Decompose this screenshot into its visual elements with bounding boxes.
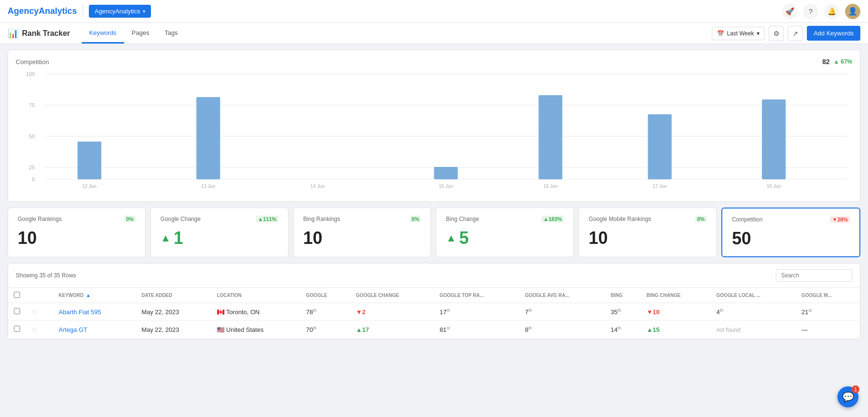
row-google-cell: 70th <box>300 321 350 339</box>
star-icon[interactable]: ☆ <box>32 326 38 333</box>
logo: AgencyAnalytics <box>8 6 77 16</box>
flag-icon: 🇺🇸 <box>217 326 225 333</box>
svg-text:50: 50 <box>29 133 35 139</box>
stat-pct: 0% <box>124 216 136 222</box>
stat-card-competition[interactable]: Competition ▼28% 50 <box>721 208 860 257</box>
svg-text:100: 100 <box>26 71 35 77</box>
add-keywords-btn[interactable]: Add Keywords <box>807 26 860 41</box>
col-star-header <box>26 288 53 303</box>
top-nav-left: AgencyAnalytics AgencyAnalytics <box>8 5 151 18</box>
row-bing-change-cell: ▲15 <box>641 321 711 339</box>
col-google-avg-ra-header: GOOGLE AVG RA... <box>519 288 605 303</box>
row-date-cell: May 22, 2023 <box>136 321 211 339</box>
stat-value: 5 <box>459 228 469 248</box>
stat-card-google-change: Google Change ▲111% ▲ 1 <box>150 208 289 257</box>
tab-keywords[interactable]: Keywords <box>82 23 124 44</box>
stat-card-google-mobile: Google Mobile Rankings 0% 10 <box>579 208 717 257</box>
keyword-link[interactable]: Abarth Fiat 595 <box>59 308 101 316</box>
row-location-cell: 🇨🇦 Toronto, ON <box>211 303 300 321</box>
keywords-table: KEYWORD ▲ DATE ADDED LOCATION GOOGLE GOO… <box>8 288 860 339</box>
stat-card-bing-rankings: Bing Rankings 0% 10 <box>293 208 431 257</box>
stat-label: Google Mobile Rankings <box>589 216 651 222</box>
stat-value: 1 <box>174 228 183 248</box>
sub-nav-tabs: Keywords Pages Tags <box>82 23 185 44</box>
star-icon[interactable]: ☆ <box>32 308 38 316</box>
row-google-top-ra-cell: 81st <box>434 321 519 339</box>
row-keyword-cell: Abarth Fiat 595 <box>53 303 136 321</box>
stat-label: Google Rankings <box>18 216 62 222</box>
col-keyword-header: KEYWORD ▲ <box>53 288 136 303</box>
row-checkbox-cell <box>8 303 26 321</box>
row-google-avg-ra-cell: 8th <box>519 321 605 339</box>
sort-arrow-icon: ▲ <box>86 293 91 298</box>
tab-pages[interactable]: Pages <box>124 23 157 44</box>
search-input[interactable] <box>776 269 852 282</box>
table-header: Showing 35 of 35 Rows <box>8 263 860 288</box>
main-content: Competition 82 ▲ 67% 100 75 50 25 0 <box>0 44 868 345</box>
date-range-btn[interactable]: 📅 Last Week ▾ <box>712 27 765 40</box>
tab-tags[interactable]: Tags <box>157 23 185 44</box>
row-keyword-cell: Artega GT <box>53 321 136 339</box>
svg-rect-15 <box>434 167 458 179</box>
row-checkbox-cell <box>8 321 26 339</box>
row-star-cell: ☆ <box>26 303 53 321</box>
row-star-cell: ☆ <box>26 321 53 339</box>
share-btn[interactable]: ↗ <box>788 26 803 41</box>
bell-btn[interactable]: 🔔 <box>824 4 839 19</box>
row-google-m-cell: — <box>796 321 860 339</box>
chart-svg: 100 75 50 25 0 12 Jun 13 Jun 14 Jun 15 J… <box>16 69 852 194</box>
chart-title: Competition <box>16 58 49 66</box>
stat-value: 10 <box>18 228 136 248</box>
row-google-top-ra-cell: 17th <box>434 303 519 321</box>
svg-text:18 Jun: 18 Jun <box>767 184 781 189</box>
columns-btn[interactable]: ⚙ <box>769 26 784 41</box>
svg-text:13 Jun: 13 Jun <box>201 184 215 189</box>
stat-value: 10 <box>589 228 707 248</box>
table-header-row: KEYWORD ▲ DATE ADDED LOCATION GOOGLE GOO… <box>8 288 860 303</box>
agency-dropdown-btn[interactable]: AgencyAnalytics <box>89 5 151 18</box>
stat-card-google-rankings: Google Rankings 0% 10 <box>8 208 146 257</box>
stat-value: 50 <box>732 229 850 249</box>
stat-label: Competition <box>732 216 762 223</box>
row-google-cell: 78th <box>300 303 350 321</box>
table-row-count: Showing 35 of 35 Rows <box>16 272 76 279</box>
sub-nav: 📊 Rank Tracker Keywords Pages Tags 📅 Las… <box>0 23 868 44</box>
keyword-link[interactable]: Artega GT <box>59 326 87 333</box>
stat-value: 10 <box>303 228 421 248</box>
select-all-checkbox[interactable] <box>14 292 20 298</box>
col-checkbox-header <box>8 288 26 303</box>
col-google-m-header: GOOGLE M... <box>796 288 860 303</box>
svg-text:75: 75 <box>29 102 35 108</box>
sub-nav-right: 📅 Last Week ▾ ⚙ ↗ Add Keywords <box>712 26 860 41</box>
row-checkbox[interactable] <box>14 326 20 332</box>
svg-rect-10 <box>77 142 101 179</box>
row-location-cell: 🇺🇸 United States <box>211 321 300 339</box>
row-google-change-cell: ▲17 <box>350 321 434 339</box>
col-google-top-ra-header: GOOGLE TOP RA... <box>434 288 519 303</box>
row-checkbox[interactable] <box>14 308 20 314</box>
row-bing-cell: 14th <box>605 321 641 339</box>
stat-pct: ▲183% <box>541 216 564 222</box>
svg-text:16 Jun: 16 Jun <box>543 184 557 189</box>
stat-pct: 0% <box>410 216 421 222</box>
row-google-local-cell: 4th <box>711 303 796 321</box>
stat-pct: ▼28% <box>830 216 850 223</box>
svg-rect-21 <box>762 99 786 179</box>
svg-text:14 Jun: 14 Jun <box>311 184 325 189</box>
avatar-btn[interactable]: 👤 <box>845 4 860 19</box>
svg-text:12 Jun: 12 Jun <box>82 184 96 189</box>
svg-rect-17 <box>538 95 562 179</box>
chart-header: Competition 82 ▲ 67% <box>16 58 852 66</box>
chart-big-value: 82 <box>822 58 830 66</box>
row-google-local-cell: not found <box>711 321 796 339</box>
table-row: ☆ Abarth Fiat 595 May 22, 2023 🇨🇦 Toront… <box>8 303 860 321</box>
chart-pct: ▲ 67% <box>834 58 852 65</box>
arrow-up-icon: ▲ <box>161 232 171 244</box>
col-bing-header: BING <box>605 288 641 303</box>
row-date-cell: May 22, 2023 <box>136 303 211 321</box>
table-row: ☆ Artega GT May 22, 2023 🇺🇸 United State… <box>8 321 860 339</box>
rocket-btn[interactable]: 🚀 <box>782 4 797 19</box>
stat-label: Bing Rankings <box>303 216 340 222</box>
help-btn[interactable]: ? <box>803 4 818 19</box>
col-location-header: LOCATION <box>211 288 300 303</box>
